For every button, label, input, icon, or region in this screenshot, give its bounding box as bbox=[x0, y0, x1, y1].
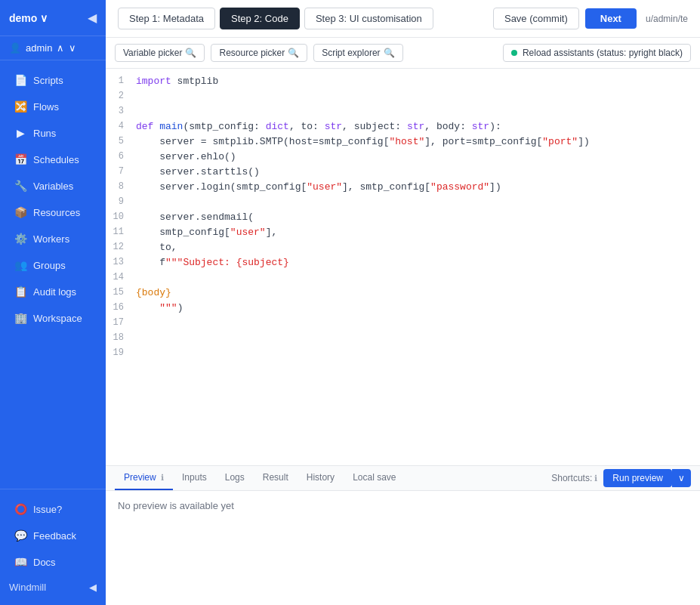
resource-picker-label: Resource picker bbox=[219, 48, 285, 58]
feedback-icon: 💬 bbox=[14, 529, 27, 542]
sidebar-bottom: ⭕ Issue? 💬 Feedback 📖 Docs Windmill ◀ bbox=[0, 489, 106, 605]
sidebar-item-groups[interactable]: 👥 Groups bbox=[5, 252, 101, 278]
code-line-18: 18 bbox=[106, 332, 700, 347]
audit-logs-icon: 📋 bbox=[14, 286, 27, 298]
user-chevron-icon: ∧ bbox=[57, 42, 64, 54]
sidebar-item-resources[interactable]: 📦 Resources bbox=[5, 199, 101, 225]
script-explorer-icon: 🔍 bbox=[384, 48, 395, 58]
topbar-actions: Save (commit) Next u/admin/te bbox=[493, 8, 688, 29]
variable-picker-button[interactable]: Variable picker 🔍 bbox=[115, 44, 205, 62]
code-line-13: 13 f"""Subject: {subject} bbox=[106, 256, 700, 271]
docs-label: Docs bbox=[33, 557, 56, 568]
result-tab-label: Result bbox=[263, 472, 288, 483]
user-chevron-down-icon: ∨ bbox=[69, 42, 76, 54]
sidebar-item-docs[interactable]: 📖 Docs bbox=[5, 549, 101, 575]
code-line-1: 1 import smtplib bbox=[106, 75, 700, 90]
save-commit-button[interactable]: Save (commit) bbox=[493, 8, 579, 29]
code-line-15: 15 {body} bbox=[106, 286, 700, 301]
code-line-2: 2 bbox=[106, 90, 700, 105]
code-line-14: 14 bbox=[106, 271, 700, 286]
run-preview-chevron-button[interactable]: ∨ bbox=[672, 469, 691, 487]
workers-icon: ⚙️ bbox=[14, 233, 27, 245]
resource-picker-icon: 🔍 bbox=[288, 48, 299, 58]
tab-local-save[interactable]: Local save bbox=[344, 466, 405, 490]
main-content: Step 1: Metadata Step 2: Code Step 3: UI… bbox=[106, 0, 700, 605]
preview-panel: Preview ℹ Inputs Logs Result History Loc… bbox=[106, 465, 700, 605]
inputs-tab-label: Inputs bbox=[182, 472, 207, 483]
code-editor[interactable]: 1 import smtplib 2 3 4 def main(smtp_con… bbox=[106, 69, 700, 465]
next-button[interactable]: Next bbox=[585, 8, 637, 29]
step1-button[interactable]: Step 1: Metadata bbox=[118, 8, 215, 29]
preview-content: No preview is available yet bbox=[106, 491, 700, 605]
resources-label: Resources bbox=[33, 207, 80, 218]
sidebar-collapse-button[interactable]: ◀ bbox=[88, 11, 97, 25]
editor-container: Variable picker 🔍 Resource picker 🔍 Scri… bbox=[106, 38, 700, 605]
user-icon: 👤 bbox=[9, 42, 21, 54]
no-preview-text: No preview is available yet bbox=[118, 500, 234, 511]
sidebar-item-workers[interactable]: ⚙️ Workers bbox=[5, 226, 101, 252]
step2-button[interactable]: Step 2: Code bbox=[220, 8, 300, 29]
reload-assistants-button[interactable]: Reload assistants (status: pyright black… bbox=[503, 44, 691, 62]
resource-picker-button[interactable]: Resource picker 🔍 bbox=[211, 44, 307, 62]
workspace-label: Workspace bbox=[33, 313, 82, 324]
user-label: admin bbox=[26, 42, 52, 54]
tab-logs[interactable]: Logs bbox=[216, 466, 254, 490]
code-line-17: 17 bbox=[106, 316, 700, 332]
flows-icon: 🔀 bbox=[14, 100, 27, 113]
variable-picker-icon: 🔍 bbox=[185, 48, 196, 58]
tab-preview[interactable]: Preview ℹ bbox=[115, 466, 173, 490]
logs-tab-label: Logs bbox=[225, 472, 245, 483]
runs-label: Runs bbox=[33, 128, 56, 139]
groups-icon: 👥 bbox=[14, 259, 27, 271]
step3-button[interactable]: Step 3: UI customisation bbox=[304, 8, 433, 29]
sidebar-item-scripts[interactable]: 📄 Scripts bbox=[5, 67, 101, 93]
local-save-tab-label: Local save bbox=[353, 472, 396, 483]
run-preview-button[interactable]: Run preview bbox=[603, 469, 672, 487]
sidebar-item-workspace[interactable]: 🏢 Workspace bbox=[5, 305, 101, 331]
path-label: u/admin/te bbox=[646, 14, 688, 24]
tab-inputs[interactable]: Inputs bbox=[173, 466, 216, 490]
preview-tab-label: Preview bbox=[124, 472, 156, 483]
topbar: Step 1: Metadata Step 2: Code Step 3: UI… bbox=[106, 0, 700, 38]
user-menu[interactable]: 👤 admin ∧ ∨ bbox=[0, 36, 106, 60]
variables-icon: 🔧 bbox=[14, 180, 27, 192]
shortcuts-info-icon: ℹ bbox=[594, 474, 597, 483]
code-line-6: 6 server.ehlo() bbox=[106, 150, 700, 165]
sidebar-item-variables[interactable]: 🔧 Variables bbox=[5, 173, 101, 199]
code-line-12: 12 to, bbox=[106, 241, 700, 256]
brand-collapse-icon[interactable]: ◀ bbox=[89, 582, 97, 593]
sidebar-item-audit-logs[interactable]: 📋 Audit logs bbox=[5, 279, 101, 304]
sidebar-item-issue[interactable]: ⭕ Issue? bbox=[5, 496, 101, 522]
script-explorer-button[interactable]: Script explorer 🔍 bbox=[313, 44, 402, 62]
code-line-5: 5 server = smtplib.SMTP(host=smtp_config… bbox=[106, 135, 700, 150]
issue-label: Issue? bbox=[33, 504, 62, 515]
variables-label: Variables bbox=[33, 181, 73, 192]
sidebar-item-runs[interactable]: ▶ Runs bbox=[5, 120, 101, 146]
workers-label: Workers bbox=[33, 233, 69, 245]
brand-label: Windmill bbox=[9, 582, 46, 593]
sidebar-item-feedback[interactable]: 💬 Feedback bbox=[5, 523, 101, 548]
docs-icon: 📖 bbox=[14, 556, 27, 568]
flows-label: Flows bbox=[33, 101, 59, 113]
code-line-8: 8 server.login(smtp_config["user"], smtp… bbox=[106, 181, 700, 196]
schedules-label: Schedules bbox=[33, 154, 79, 165]
code-line-11: 11 smtp_config["user"], bbox=[106, 226, 700, 241]
history-tab-label: History bbox=[307, 472, 335, 483]
shortcuts-label: Shortcuts: ℹ bbox=[551, 473, 597, 483]
sidebar-item-schedules[interactable]: 📅 Schedules bbox=[5, 147, 101, 172]
tab-history[interactable]: History bbox=[298, 466, 344, 490]
step-buttons: Step 1: Metadata Step 2: Code Step 3: UI… bbox=[118, 8, 433, 29]
tab-result[interactable]: Result bbox=[254, 466, 298, 490]
status-dot bbox=[511, 50, 517, 56]
preview-tab-right: Shortcuts: ℹ Run preview ∨ bbox=[551, 469, 691, 487]
sidebar-brand: Windmill ◀ bbox=[0, 576, 106, 599]
demo-label[interactable]: demo ∨ bbox=[9, 12, 48, 24]
run-preview-group: Run preview ∨ bbox=[603, 469, 691, 487]
chevron-down-icon: ∨ bbox=[40, 12, 48, 24]
code-line-9: 9 bbox=[106, 196, 700, 211]
audit-logs-label: Audit logs bbox=[33, 286, 76, 298]
scripts-label: Scripts bbox=[33, 75, 63, 86]
workspace-name: demo bbox=[9, 12, 37, 24]
sidebar-item-flows[interactable]: 🔀 Flows bbox=[5, 94, 101, 119]
preview-info-icon: ℹ bbox=[161, 473, 164, 482]
